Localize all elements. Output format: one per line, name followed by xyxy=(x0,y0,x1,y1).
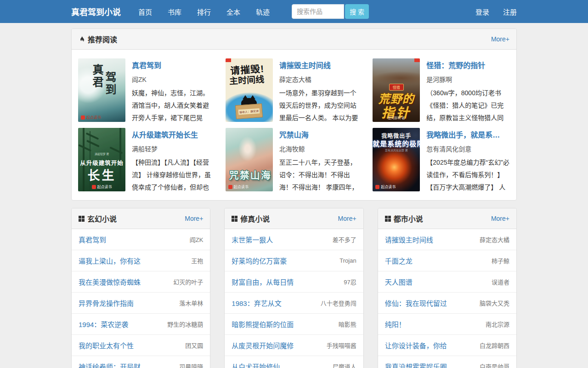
site-brand[interactable]: 真君驾到小说 xyxy=(71,6,121,17)
login-link[interactable]: 登录 xyxy=(475,7,489,17)
book-desc: 一场意外，墨羽穿越到一个毁灭后的世界，成为空间站里最后一名人类。 本以为要迎来 xyxy=(279,87,363,124)
book-author: 差不多了 xyxy=(333,235,356,244)
book-title-link[interactable]: 千面之龙 xyxy=(385,256,413,265)
book-cover[interactable]: 满船轻梦 著 从升级建筑开始 长生 起点读书 xyxy=(78,128,125,191)
book-author: 尸魔道人 xyxy=(333,362,356,368)
book-title-link[interactable]: 咒禁山海 xyxy=(279,129,363,140)
book-cover[interactable]: 我略微出手 就是系统的极限 忽有清风化剑意 著 起点读书 xyxy=(373,128,420,191)
book-title-link[interactable]: 真君驾到 xyxy=(132,59,215,70)
book-title-link[interactable]: 修仙：我在现代留过 xyxy=(385,298,447,308)
book-title-link[interactable]: 异界骨龙操作指南 xyxy=(79,298,134,308)
book-author: 王袍 xyxy=(191,256,203,265)
box-illustration: 接收人：薛定谔 xyxy=(235,104,263,119)
box-label-text: 接收人：薛定谔 xyxy=(238,108,260,115)
search-button[interactable]: 搜 索 xyxy=(345,4,369,19)
book-title-link[interactable]: 真君驾到 xyxy=(79,235,106,244)
book-title-link[interactable]: 财富自由，从每日情 xyxy=(232,277,294,287)
book-title-link[interactable]: 逼我上梁山，你有这 xyxy=(79,256,141,265)
book-title-link[interactable]: 1983：弃艺从文 xyxy=(232,298,281,308)
cover-title-text: 主时间线 xyxy=(229,72,264,86)
book-title-link[interactable]: 纯阳！ xyxy=(385,319,406,329)
category-panel-title: 修真小说 xyxy=(232,213,270,224)
book-title-link[interactable]: 让你设计装备，你给 xyxy=(385,340,447,350)
book-author: 薛定态大橘 xyxy=(279,75,363,84)
nav-item-complete[interactable]: 全本 xyxy=(226,7,240,17)
category-more-link[interactable]: More+ xyxy=(491,215,509,222)
book-title-link[interactable]: 从白犬开始修仙 xyxy=(232,362,280,368)
category-panel-xiuzhen: 修真小说 More+ 末世第一狠人 差不多了 好莱坞的亿万富豪 Trojan 财… xyxy=(224,208,363,368)
list-item: 财富自由，从每日情 97忍 xyxy=(225,271,363,293)
cover-title-text: 咒禁山海 xyxy=(229,167,271,181)
category-more-link[interactable]: More+ xyxy=(185,215,203,222)
book-title-link[interactable]: 好莱坞的亿万富豪 xyxy=(232,256,287,265)
nav-item-home[interactable]: 首页 xyxy=(138,7,152,17)
book-author: 误道者 xyxy=(492,277,509,286)
book-title-link[interactable]: 请摧毁主时间线 xyxy=(279,59,363,70)
book-title-link[interactable]: 我真没想霍霍娱乐圈 xyxy=(385,362,447,368)
navbar: 真君驾到小说 首页 书库 排行 全本 轨迹 搜 索 登录 注册 xyxy=(0,0,588,23)
book-author: 北海牧鲸 xyxy=(279,144,363,153)
book-title-link[interactable]: 我略微出手，就是系… xyxy=(426,129,510,140)
book-author: 阎ZK xyxy=(190,235,204,244)
list-item: 请摧毁主时间线 薛定态大橘 xyxy=(378,229,516,250)
nav-item-track[interactable]: 轨迹 xyxy=(256,7,270,17)
category-more-link[interactable]: More+ xyxy=(338,215,356,222)
list-item: 神话绘卷师：开局财 司晨啼晓 xyxy=(72,356,210,368)
category-title-text: 都市小说 xyxy=(394,213,423,224)
category-panel-header: 都市小说 More+ xyxy=(378,208,516,229)
book-author: 柿子鲸 xyxy=(492,256,509,265)
category-panel-title: 都市小说 xyxy=(385,213,423,224)
grid-icon xyxy=(385,216,391,222)
book-author: 是河豚啊 xyxy=(426,75,510,84)
book-title-link[interactable]: 从废灵根开始问魔修 xyxy=(232,340,294,350)
cover-title-text: 驾到 xyxy=(102,71,118,96)
book-card: 请摧毁! 主时间线 接收人：薛定谔 请摧毁主时间线 薛定态大橘 一场意外，墨羽穿… xyxy=(226,58,363,124)
book-author: 脑袋大又秃 xyxy=(480,299,509,307)
register-link[interactable]: 注册 xyxy=(503,7,517,17)
search-bar: 搜 索 xyxy=(292,4,369,19)
book-cover[interactable]: 咒禁山海 起点读书 xyxy=(226,128,273,191)
list-item: 1994：菜农逆袭 野生的冰糖葫 xyxy=(72,314,210,335)
book-title-link[interactable]: 1994：菜农逆袭 xyxy=(79,319,128,329)
book-card: 满船轻梦 著 从升级建筑开始 长生 起点读书 从升级建筑开始长生 满船轻梦 【种… xyxy=(78,128,215,194)
book-title-link[interactable]: 天人图谱 xyxy=(385,277,413,287)
recommend-title-text: 推荐阅读 xyxy=(88,34,117,45)
book-title-link[interactable]: 从升级建筑开始长生 xyxy=(132,129,215,140)
book-cover[interactable]: 真君 驾到 起点读书 xyxy=(78,58,125,122)
book-card: 真君 驾到 起点读书 真君驾到 阎ZK 妖魔，神仙，志怪，江湖。 酒馆当中，胡人… xyxy=(78,58,215,124)
book-title-link[interactable]: 末世第一狠人 xyxy=(232,235,273,244)
book-title-link[interactable]: 神话绘卷师：开局财 xyxy=(79,362,141,368)
book-title-link[interactable]: 暗影熊提伯斯的位面 xyxy=(232,319,294,329)
book-desc: 至正二十八年，天子登基，诏令：不得出海！不得出海！不得出海！ 孝康四年，浊河鬼棺 xyxy=(279,156,363,194)
list-item: 异界骨龙操作指南 落木单林 xyxy=(72,293,210,314)
recommend-books-grid: 真君 驾到 起点读书 真君驾到 阎ZK 妖魔，神仙，志怪，江湖。 酒馆当中，胡人… xyxy=(72,50,516,200)
book-card: 我略微出手 就是系统的极限 忽有清风化剑意 著 起点读书 我略微出手，就是系… … xyxy=(373,128,510,194)
category-title-text: 修真小说 xyxy=(240,213,270,224)
search-input[interactable] xyxy=(292,4,344,19)
cover-author-text: 是河豚啊·著 xyxy=(373,115,420,120)
list-item: 好莱坞的亿万富豪 Trojan xyxy=(225,250,363,271)
recommend-more-link[interactable]: More+ xyxy=(491,35,509,43)
book-title-link[interactable]: 我的职业太有个性 xyxy=(79,340,134,350)
book-cover[interactable]: 请摧毁! 主时间线 接收人：薛定谔 xyxy=(226,58,273,122)
book-author: 幻灭的叶子 xyxy=(173,277,203,286)
grid-icon xyxy=(232,216,237,222)
list-item: 从白犬开始修仙 尸魔道人 xyxy=(225,356,363,368)
list-item: 让你设计装备，你给 白龙蹄朝西 xyxy=(378,335,516,356)
book-title-link[interactable]: 我在美漫做惊奇蜘蛛 xyxy=(79,277,141,287)
book-author: 野生的冰糖葫 xyxy=(167,320,203,328)
list-item: 暗影熊提伯斯的位面 暗影熊 xyxy=(225,314,363,335)
book-author: 阎ZK xyxy=(132,75,215,84)
category-panel-header: 玄幻小说 More+ xyxy=(72,208,210,229)
nav-item-library[interactable]: 书库 xyxy=(168,7,181,17)
list-item: 千面之龙 柿子鲸 xyxy=(378,250,516,271)
book-author: 手残喵喵酱 xyxy=(327,341,356,350)
book-card: 咒禁山海 起点读书 咒禁山海 北海牧鲸 至正二十八年，天子登基，诏令：不得出海！… xyxy=(226,128,363,194)
nav-item-rank[interactable]: 排行 xyxy=(197,7,211,17)
list-item: 末世第一狠人 差不多了 xyxy=(225,229,363,250)
list-item: 真君驾到 阎ZK xyxy=(72,229,210,250)
book-cover[interactable]: 怪猎 荒野的 指针 是河豚啊·著 xyxy=(373,58,420,122)
book-title-link[interactable]: 怪猎：荒野的指针 xyxy=(426,59,510,70)
category-panel-dushi: 都市小说 More+ 请摧毁主时间线 薛定态大橘 千面之龙 柿子鲸 天人图谱 误… xyxy=(378,208,517,368)
book-title-link[interactable]: 请摧毁主时间线 xyxy=(385,235,433,244)
